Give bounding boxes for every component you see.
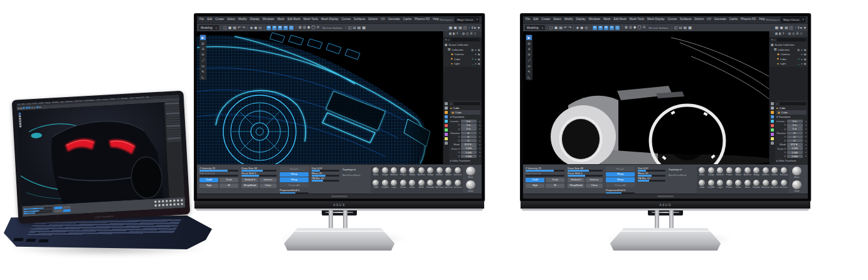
snap-icon[interactable]: ⊟ bbox=[598, 26, 603, 30]
menu-item[interactable]: Phoenix FD bbox=[415, 18, 430, 21]
layout-icon[interactable]: ▤ bbox=[684, 26, 687, 29]
snap-icon[interactable]: ⊞ bbox=[593, 26, 597, 30]
menu-item[interactable]: UV bbox=[707, 18, 711, 21]
display-toggle-icon[interactable]: ● bbox=[803, 26, 806, 29]
selection-mode-icon[interactable]: ◎ bbox=[258, 26, 262, 29]
editor-header-icon[interactable]: ◫ bbox=[466, 33, 468, 36]
selection-mode-icon[interactable]: ◉ bbox=[254, 26, 257, 29]
menu-item[interactable]: Edit Mesh bbox=[66, 101, 73, 103]
menu-item[interactable]: Generate bbox=[714, 18, 726, 21]
nav-knob[interactable] bbox=[466, 167, 475, 175]
brush-thumbnail[interactable]: SelLasso bbox=[761, 180, 770, 192]
menu-item[interactable]: Edit bbox=[207, 18, 212, 21]
snap-icon[interactable]: ⊠ bbox=[604, 26, 608, 30]
modeling-dropdown[interactable]: Modeling▾ bbox=[199, 25, 219, 30]
brush-thumbnail[interactable]: Blemish bbox=[390, 167, 399, 179]
menu-item[interactable]: Mesh Display bbox=[647, 18, 665, 21]
transform-field-row[interactable]: Z0°·● bbox=[776, 139, 807, 143]
outliner-row[interactable]: ▦Scene Collection bbox=[443, 43, 482, 48]
file-tool-icon[interactable]: ↷ bbox=[242, 26, 245, 29]
transform-field-row[interactable]: Y1.000·● bbox=[450, 150, 480, 154]
display-toggle-icon[interactable]: ▦ bbox=[449, 26, 453, 29]
transform-field-row[interactable]: Y0°·● bbox=[776, 135, 807, 138]
workspace-selector[interactable]: Workspace Maya Classic bbox=[766, 17, 805, 23]
timeline-handle[interactable] bbox=[657, 195, 674, 197]
viewport-tool-icon[interactable]: ◺ bbox=[526, 75, 532, 80]
display-toggle-icon[interactable]: ▤ bbox=[458, 26, 462, 29]
brush-thumbnail[interactable]: Rounder bbox=[426, 180, 435, 192]
nav-knob[interactable] bbox=[792, 180, 802, 189]
viewport-tool-icon[interactable]: ⤢ bbox=[526, 58, 532, 63]
construction-history-icon[interactable]: ⊙ bbox=[643, 26, 646, 29]
sculpt-slider[interactable]: Dist 0.02 bbox=[312, 167, 339, 172]
viewport-tool-icon[interactable]: ⟳ bbox=[200, 52, 206, 57]
sculpt-mode-button[interactable]: Zsub bbox=[220, 178, 238, 182]
display-toggle-icon[interactable]: ▸ bbox=[474, 26, 476, 29]
viewport-tool-icon[interactable]: ◺ bbox=[200, 75, 206, 80]
sculpt-mode-button[interactable]: Zsub bbox=[546, 178, 564, 182]
brush-thumbnail[interactable]: SelLasso bbox=[435, 180, 444, 192]
file-tool-icon[interactable]: ▢ bbox=[549, 26, 553, 29]
properties-tab-icon[interactable] bbox=[445, 111, 448, 114]
brush-thumbnail[interactable]: Inflate bbox=[408, 180, 417, 192]
display-toggle-icon[interactable]: ◫ bbox=[463, 26, 467, 29]
menu-item[interactable]: Select bbox=[553, 18, 561, 21]
brush-thumbnail[interactable]: Zadd bbox=[372, 180, 381, 192]
sculpt-slider[interactable]: Z Intensity 25 bbox=[526, 167, 564, 172]
viewport-tool-icon[interactable]: ▭ bbox=[200, 63, 206, 68]
brush-thumbnail[interactable]: Rounder bbox=[753, 180, 761, 192]
3d-viewport[interactable]: ▶◎✛⟳⤢▭✎◺ bbox=[523, 31, 769, 164]
outliner-row[interactable]: ▨Collection▦ ● ▣ bbox=[770, 48, 808, 53]
delta-transform-header[interactable]: ▸ Delta Transform bbox=[776, 159, 807, 162]
laptop-viewport[interactable] bbox=[17, 102, 169, 206]
menu-item[interactable]: Edit bbox=[22, 104, 25, 106]
menu-item[interactable]: Select bbox=[227, 18, 235, 21]
selection-mode-icon[interactable]: ◉ bbox=[580, 26, 583, 29]
sculpt-toggle-label[interactable]: BackFaceMask bbox=[669, 174, 694, 177]
file-tool-icon[interactable]: ▣ bbox=[554, 26, 558, 29]
snap-icon[interactable]: ⊞ bbox=[267, 26, 271, 30]
sculpt-slider[interactable]: Mean 25 bbox=[312, 172, 339, 177]
outliner-row[interactable]: ●Light◡● ▣ bbox=[770, 61, 808, 66]
menu-item[interactable]: Windows bbox=[263, 18, 275, 21]
file-tool-icon[interactable]: ▤ bbox=[233, 26, 236, 29]
file-tool-icon[interactable]: ▢ bbox=[223, 26, 227, 29]
editor-header-icon[interactable]: ▦ bbox=[449, 33, 452, 36]
viewport-tool-icon[interactable]: ⟳ bbox=[526, 52, 532, 57]
viewport-tool-icon[interactable]: ⤢ bbox=[200, 58, 206, 63]
construction-history-icon[interactable]: ◍ bbox=[299, 26, 302, 29]
snap-icon[interactable]: ⊟ bbox=[272, 26, 277, 30]
snap-icon[interactable]: ⊠ bbox=[278, 26, 282, 30]
menu-item[interactable]: Cache bbox=[403, 18, 411, 21]
menu-item[interactable]: File bbox=[526, 18, 530, 21]
menu-item[interactable]: Edit Mesh bbox=[613, 18, 626, 21]
editor-header-icon[interactable]: ◫ bbox=[792, 33, 795, 36]
sculpt-option-button[interactable]: WrapMode bbox=[568, 184, 585, 188]
brush-thumbnail[interactable]: ClayBld bbox=[381, 180, 389, 192]
editor-header-icon[interactable]: ☰ bbox=[796, 33, 798, 36]
menu-item[interactable]: File bbox=[199, 18, 204, 21]
viewport-tool-icon[interactable]: ✎ bbox=[200, 69, 206, 74]
properties-tab-icon[interactable] bbox=[771, 124, 774, 127]
menu-item[interactable]: Cache bbox=[729, 18, 738, 21]
menu-item[interactable]: Create bbox=[215, 18, 224, 21]
display-toggle-icon[interactable]: ▤ bbox=[785, 26, 788, 29]
editor-header-icon[interactable]: ◔ bbox=[785, 33, 787, 36]
brush-thumbnail[interactable]: Move bbox=[372, 167, 381, 179]
sculpt-option-button[interactable]: Embed 0 bbox=[241, 178, 258, 182]
snap-icon[interactable]: ◫ bbox=[615, 26, 620, 30]
layout-icon[interactable]: ▦ bbox=[362, 26, 366, 29]
menu-item[interactable]: Mesh Tools bbox=[304, 18, 318, 21]
display-toggle-icon[interactable]: ‖ bbox=[472, 26, 473, 29]
brush-thumbnail[interactable]: Flatten bbox=[725, 180, 734, 192]
brush-thumbnail[interactable]: Inflate bbox=[734, 180, 743, 192]
brush-thumbnail[interactable]: BluePen bbox=[743, 167, 752, 179]
properties-tab-icon[interactable] bbox=[771, 106, 774, 110]
sculpt-option-button[interactable]: Embed 0 bbox=[568, 178, 585, 182]
display-toggle-icon[interactable]: ▣ bbox=[453, 26, 457, 29]
menu-item[interactable]: Surfaces bbox=[680, 18, 691, 21]
menu-item[interactable]: Display bbox=[576, 18, 585, 21]
sculpt-slider[interactable]: Draw Size 48 bbox=[568, 167, 603, 172]
nav-knob[interactable] bbox=[792, 167, 802, 175]
properties-tab-icon[interactable] bbox=[445, 120, 448, 123]
